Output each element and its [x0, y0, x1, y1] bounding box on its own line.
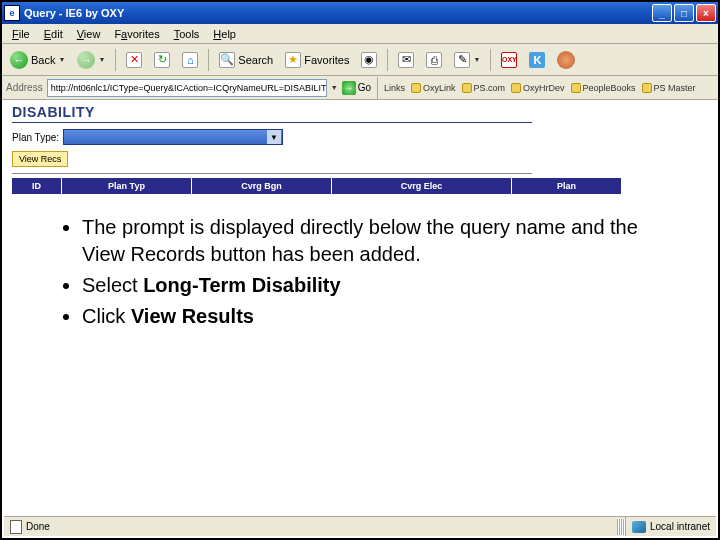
media-button[interactable]: ◉: [357, 48, 381, 72]
oxy-icon-2[interactable]: K: [525, 48, 549, 72]
menu-favorites[interactable]: Favorites: [108, 26, 165, 42]
search-label: Search: [238, 54, 273, 66]
link-icon: [462, 83, 472, 93]
link-oxyhrdev[interactable]: OxyHrDev: [511, 83, 565, 93]
oxy-logo-icon: OXY: [501, 52, 517, 68]
select-arrow-icon: ▼: [267, 130, 281, 144]
status-text: Done: [26, 521, 50, 532]
back-dropdown-icon[interactable]: ▼: [58, 56, 65, 63]
query-title: DISABILITY: [4, 100, 716, 120]
print-button[interactable]: ⎙: [422, 48, 446, 72]
instruction-bullet-2: Select Long-Term Disability: [82, 272, 666, 299]
plan-type-select[interactable]: ▼: [63, 129, 283, 145]
menu-view[interactable]: View: [71, 26, 107, 42]
home-icon: ⌂: [182, 52, 198, 68]
instruction-text: The prompt is displayed directly below t…: [4, 194, 716, 330]
zone-text: Local intranet: [650, 521, 710, 532]
stop-button[interactable]: ✕: [122, 48, 146, 72]
minimize-button[interactable]: _: [652, 4, 672, 22]
oxy-icon-1[interactable]: OXY: [497, 48, 521, 72]
view-records-button[interactable]: View Recs: [12, 151, 68, 167]
favorites-label: Favorites: [304, 54, 349, 66]
edit-icon: ✎: [454, 52, 470, 68]
menu-file[interactable]: File: [6, 26, 36, 42]
menu-help[interactable]: Help: [207, 26, 242, 42]
col-cvrg-bgn: Cvrg Bgn: [192, 178, 332, 194]
go-button[interactable]: → Go: [342, 81, 371, 95]
back-label: Back: [31, 54, 55, 66]
back-arrow-icon: ←: [10, 51, 28, 69]
address-label: Address: [6, 82, 43, 93]
search-button[interactable]: 🔍 Search: [215, 48, 277, 72]
window-titlebar: e Query - IE6 by OXY _ □ ×: [2, 2, 718, 24]
instruction-bullet-3: Click View Results: [82, 303, 666, 330]
menubar: File Edit View Favorites Tools Help: [2, 24, 718, 44]
people-icon: [557, 51, 575, 69]
link-icon: [571, 83, 581, 93]
star-icon: ★: [285, 52, 301, 68]
window-title: Query - IE6 by OXY: [24, 7, 652, 19]
close-button[interactable]: ×: [696, 4, 716, 22]
k-icon: K: [529, 52, 545, 68]
col-cvrg-elec: Cvrg Elec: [332, 178, 512, 194]
menu-tools[interactable]: Tools: [168, 26, 206, 42]
address-dropdown-icon[interactable]: ▼: [331, 84, 338, 91]
address-input[interactable]: http://nt06nlc1/ICType=Query&ICAction=IC…: [47, 79, 327, 97]
go-arrow-icon: →: [342, 81, 356, 95]
page-content: DISABILITY Plan Type: ▼ View Recs ID Pla…: [4, 100, 716, 516]
edit-button[interactable]: ✎▼: [450, 48, 484, 72]
home-button[interactable]: ⌂: [178, 48, 202, 72]
links-label: Links: [384, 83, 405, 93]
document-icon: [10, 520, 22, 534]
link-psmaster[interactable]: PS Master: [642, 83, 696, 93]
mail-icon: ✉: [398, 52, 414, 68]
toolbar: ← Back ▼ → ▼ ✕ ↻ ⌂ 🔍 Search ★ Favorites …: [2, 44, 718, 76]
forward-dropdown-icon[interactable]: ▼: [98, 56, 105, 63]
col-id: ID: [12, 178, 62, 194]
back-button[interactable]: ← Back ▼: [6, 48, 69, 72]
intranet-zone-icon: [632, 521, 646, 533]
forward-button[interactable]: → ▼: [73, 48, 109, 72]
section-divider: [12, 173, 532, 174]
link-icon: [642, 83, 652, 93]
forward-arrow-icon: →: [77, 51, 95, 69]
stop-icon: ✕: [126, 52, 142, 68]
title-divider: [12, 122, 532, 123]
search-icon: 🔍: [219, 52, 235, 68]
link-pscom[interactable]: PS.com: [462, 83, 506, 93]
mail-button[interactable]: ✉: [394, 48, 418, 72]
ie-app-icon: e: [4, 5, 20, 21]
go-label: Go: [358, 82, 371, 93]
oxy-icon-3[interactable]: [553, 48, 579, 72]
col-plan: Plan: [512, 178, 622, 194]
menu-edit[interactable]: Edit: [38, 26, 69, 42]
status-bar: Done Local intranet: [4, 516, 716, 536]
refresh-button[interactable]: ↻: [150, 48, 174, 72]
refresh-icon: ↻: [154, 52, 170, 68]
prompt-label: Plan Type:: [12, 132, 59, 143]
instruction-bullet-1: The prompt is displayed directly below t…: [82, 214, 666, 268]
media-icon: ◉: [361, 52, 377, 68]
address-bar: Address http://nt06nlc1/ICType=Query&ICA…: [2, 76, 718, 100]
col-plan-typ: Plan Typ: [62, 178, 192, 194]
maximize-button[interactable]: □: [674, 4, 694, 22]
link-oxylink[interactable]: OxyLink: [411, 83, 456, 93]
link-peoplebooks[interactable]: PeopleBooks: [571, 83, 636, 93]
print-icon: ⎙: [426, 52, 442, 68]
favorites-button[interactable]: ★ Favorites: [281, 48, 353, 72]
link-icon: [411, 83, 421, 93]
results-header-row: ID Plan Typ Cvrg Bgn Cvrg Elec Plan: [12, 178, 622, 194]
link-icon: [511, 83, 521, 93]
